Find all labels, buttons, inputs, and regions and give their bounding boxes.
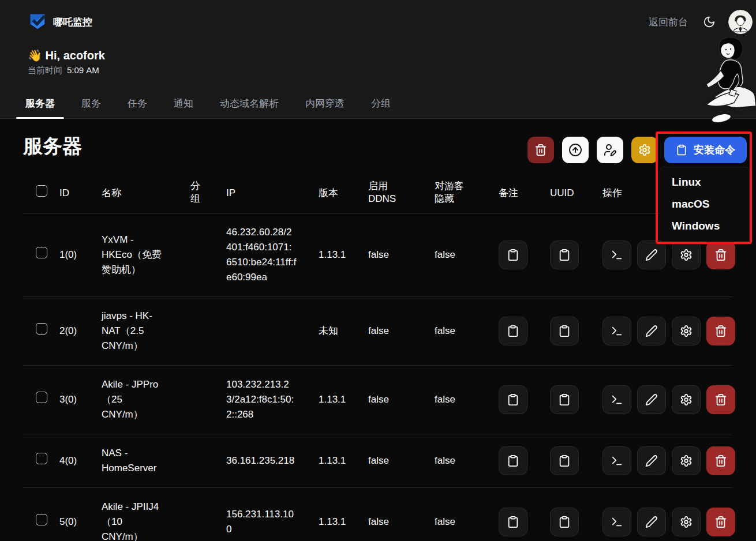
gear-icon [680, 325, 693, 337]
clipboard-icon [558, 249, 571, 261]
gear-icon [680, 393, 693, 406]
delete-server-button[interactable] [706, 508, 735, 536]
trash-icon [714, 325, 727, 337]
terminal-button[interactable] [602, 446, 631, 475]
table-row: 2(0) jiavps - HK-NAT（2.5 CNY/m） 未知 false… [23, 297, 733, 366]
settings-button[interactable] [631, 137, 658, 163]
row-checkbox[interactable] [36, 514, 47, 525]
edit-server-button[interactable] [637, 317, 666, 345]
server-name: jiavps - HK-NAT（2.5 CNY/m） [102, 309, 163, 354]
server-id: 3(0) [53, 392, 95, 407]
dropdown-item-macos[interactable]: macOS [660, 193, 749, 215]
server-settings-button[interactable] [672, 385, 701, 414]
greeting-text: Hi, acofork [46, 49, 105, 62]
server-hide-from-guest: false [426, 453, 489, 468]
server-name: NAS - HomeServer [102, 446, 163, 476]
batch-edit-button[interactable] [597, 137, 623, 163]
row-checkbox[interactable] [36, 453, 47, 464]
gear-icon [680, 516, 693, 528]
delete-server-button[interactable] [706, 317, 735, 345]
batch-delete-button[interactable] [527, 137, 554, 163]
server-table: ID 名称 分组 IP 版本 启用 DDNS 对游客隐藏 备注 UUID 操作 … [23, 173, 733, 541]
server-name: Akile - JPPro（25 CNY/m） [102, 377, 163, 422]
trash-icon [534, 144, 547, 156]
dark-mode-toggle[interactable] [703, 16, 716, 28]
table-body: 1(0) YxVM - HKEco（免费赞助机） 46.232.60.28/24… [23, 213, 733, 541]
edit-server-button[interactable] [637, 241, 666, 269]
server-id: 2(0) [53, 324, 95, 339]
tab-groups[interactable]: 分组 [362, 91, 400, 118]
server-id: 1(0) [53, 247, 95, 262]
tab-notifications[interactable]: 通知 [164, 91, 203, 118]
row-checkbox[interactable] [36, 323, 47, 335]
table-row: 5(0) Akile - JPIIJ4（10 CNY/m） 156.231.11… [23, 488, 733, 541]
trash-icon [714, 454, 727, 467]
tab-servers[interactable]: 服务器 [16, 91, 64, 118]
server-settings-button[interactable] [672, 317, 701, 345]
terminal-button[interactable] [602, 508, 631, 536]
note-copy-button[interactable] [499, 241, 527, 269]
tab-nat[interactable]: 内网穿透 [296, 91, 354, 118]
server-ip: 103.232.213.23/2a12:f8c1:50:2::268 [226, 377, 297, 422]
header-zone: 哪吒监控 返回前台 👋 Hi, acofork 当前时间5:09 AM [0, 0, 756, 119]
topbar: 哪吒监控 返回前台 [0, 0, 756, 35]
uuid-copy-button[interactable] [550, 508, 579, 536]
note-copy-button[interactable] [499, 317, 527, 345]
note-copy-button[interactable] [499, 446, 527, 475]
edit-server-button[interactable] [637, 508, 666, 536]
dropdown-item-linux[interactable]: Linux [660, 171, 749, 193]
time-value: 5:09 AM [67, 65, 99, 75]
time-label: 当前时间 [28, 65, 62, 75]
pencil-icon [645, 325, 658, 337]
clipboard-icon [507, 249, 519, 261]
tab-ddns[interactable]: 动态域名解析 [211, 91, 288, 118]
avatar-image [728, 10, 753, 34]
server-ddns: false [361, 514, 426, 529]
row-checkbox[interactable] [36, 247, 47, 258]
uuid-copy-button[interactable] [550, 446, 579, 475]
table-row: 4(0) NAS - HomeServer 36.161.235.218 1.1… [23, 434, 733, 488]
server-settings-button[interactable] [672, 241, 701, 269]
wave-emoji: 👋 [28, 49, 42, 62]
back-to-front-link[interactable]: 返回前台 [649, 16, 688, 29]
delete-server-button[interactable] [706, 446, 735, 475]
avatar[interactable] [728, 10, 753, 34]
edit-server-button[interactable] [637, 446, 666, 475]
install-os-dropdown: Linux macOS Windows [660, 167, 750, 243]
server-name: YxVM - HKEco（免费赞助机） [102, 232, 163, 277]
server-toolbar [527, 137, 658, 163]
dropdown-item-windows[interactable]: Windows [660, 215, 749, 237]
terminal-button[interactable] [602, 385, 631, 414]
note-copy-button[interactable] [499, 385, 527, 414]
uuid-copy-button[interactable] [550, 317, 579, 345]
server-settings-button[interactable] [672, 508, 701, 536]
server-id: 4(0) [53, 453, 95, 468]
user-pen-icon [603, 143, 617, 157]
note-copy-button[interactable] [499, 508, 527, 536]
terminal-icon [611, 249, 623, 261]
server-hide-from-guest: false [426, 514, 489, 529]
greeting-block: 👋 Hi, acofork 当前时间5:09 AM [28, 48, 756, 76]
install-command-button[interactable]: 安装命令 [664, 137, 747, 163]
row-checkbox[interactable] [36, 392, 47, 403]
tab-services[interactable]: 服务 [72, 91, 110, 118]
server-ip: 156.231.113.100 [226, 507, 297, 537]
server-ddns: false [361, 392, 426, 407]
gear-icon [680, 249, 693, 261]
server-hide-from-guest: false [426, 392, 489, 407]
clipboard-icon [676, 144, 687, 156]
tab-tasks[interactable]: 任务 [118, 91, 156, 118]
server-settings-button[interactable] [672, 446, 701, 475]
uuid-copy-button[interactable] [550, 385, 579, 414]
uuid-copy-button[interactable] [550, 241, 579, 269]
terminal-button[interactable] [602, 317, 631, 345]
terminal-button[interactable] [602, 241, 631, 269]
select-all-checkbox[interactable] [36, 185, 47, 197]
force-update-button[interactable] [562, 137, 589, 163]
delete-server-button[interactable] [706, 241, 735, 269]
clipboard-icon [507, 325, 519, 337]
delete-server-button[interactable] [706, 385, 735, 414]
terminal-icon [611, 393, 623, 406]
trash-icon [714, 393, 727, 406]
edit-server-button[interactable] [637, 385, 666, 414]
